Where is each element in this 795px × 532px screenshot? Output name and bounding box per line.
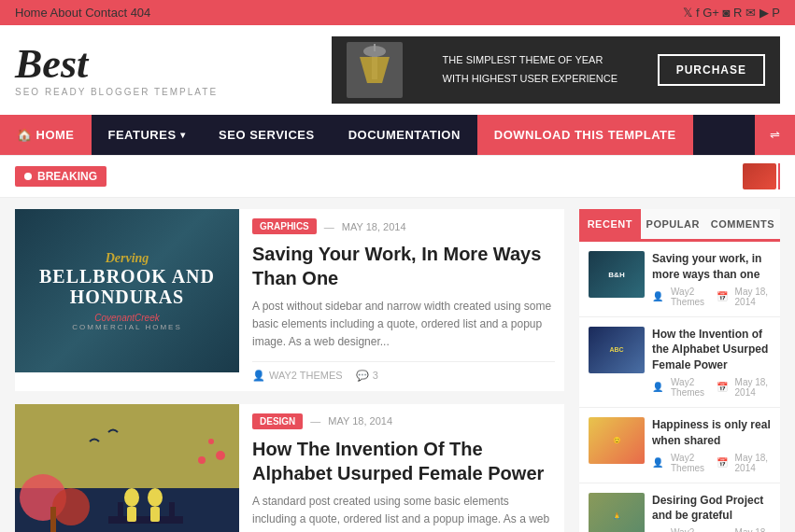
post-1-meta: GRAPHICS — MAY 18, 2014	[252, 218, 555, 234]
breaking-bar: BREAKING	[0, 155, 795, 198]
sidebar-cal-icon-1: 📅	[717, 291, 728, 301]
sidebar-user-icon-3: 👤	[652, 457, 663, 468]
post-2-title[interactable]: How The Invention Of The Alphabet Usurpe…	[252, 437, 555, 485]
sidebar-post-3-info: Happiness is only real when shared 👤 Way…	[652, 417, 771, 473]
post-1-author: 👤 WAY2 THEMES	[252, 370, 343, 382]
sidebar-post-1-info: Saving your work, in more ways than one …	[652, 251, 771, 307]
sidebar-post-1-meta: 👤 Way2 Themes 📅 May 18, 2014	[652, 287, 771, 307]
sidebar: RECENT POPULAR COMMENTS B&H Saving your …	[579, 209, 780, 532]
breaking-thumbnail	[743, 163, 780, 189]
tab-recent[interactable]: RECENT	[579, 209, 641, 239]
purchase-button[interactable]: PURCHASE	[658, 54, 765, 86]
tab-comments[interactable]: COMMENTS	[705, 209, 780, 239]
social-pinterest[interactable]: P	[772, 6, 780, 20]
post-1-date: MAY 18, 2014	[342, 221, 406, 232]
logo-area: Best SEO READY BLOGGER TEMPLATE	[15, 44, 218, 97]
post-2-dash: —	[310, 415, 320, 427]
post-2-date: MAY 18, 2014	[328, 415, 392, 427]
post-1-info: GRAPHICS — MAY 18, 2014 Saving Your Work…	[252, 209, 564, 391]
logo-title[interactable]: Best	[15, 44, 218, 85]
social-instagram[interactable]: ◙	[723, 6, 731, 20]
post-2-excerpt: A standard post created using some basic…	[252, 493, 555, 532]
svg-rect-13	[127, 507, 136, 522]
main-content: Derving BELLBROOK ANDHONDURAS CovenantCr…	[15, 209, 564, 532]
nav-404[interactable]: 404	[131, 6, 151, 20]
sidebar-thumb-4[interactable]: 🙏	[589, 493, 645, 532]
post-card-2: DESIGN — MAY 18, 2014 How The Invention …	[15, 404, 564, 532]
sidebar-user-icon-2: 👤	[652, 382, 663, 392]
social-rss[interactable]: R	[733, 6, 742, 20]
post-2-tag[interactable]: DESIGN	[252, 413, 303, 429]
social-twitter[interactable]: 𝕏	[683, 6, 692, 20]
social-youtube[interactable]: ▶	[760, 6, 769, 20]
svg-rect-8	[50, 507, 56, 532]
svg-rect-11	[169, 502, 175, 521]
sidebar-cal-icon-3: 📅	[717, 457, 728, 468]
post-1-excerpt: A post without sidebar and narrow width …	[252, 298, 555, 352]
nav-home[interactable]: Home	[15, 6, 48, 20]
nav-about[interactable]: About	[50, 6, 82, 20]
sidebar-post-4-meta: 👤 Way2 Themes 📅 May 18, 2014	[652, 527, 771, 532]
nav-item-home[interactable]: 🏠 HOME	[0, 115, 92, 155]
nav-item-download[interactable]: DOWNLOAD THIS TEMPLATE	[477, 115, 693, 155]
post-2-thumb-overlay	[15, 404, 239, 532]
top-navigation: Home About Contact 404 𝕏 f G+ ◙ R ✉ ▶ P	[0, 0, 795, 25]
content-area: Derving BELLBROOK ANDHONDURAS CovenantCr…	[0, 198, 795, 532]
post-2-info: DESIGN — MAY 18, 2014 How The Invention …	[252, 404, 564, 532]
breaking-dot-icon	[24, 173, 32, 180]
svg-point-16	[198, 456, 206, 464]
sidebar-post-3-meta: 👤 Way2 Themes 📅 May 18, 2014	[652, 453, 771, 473]
svg-point-18	[216, 451, 225, 460]
ad-text-line1: THE SIMPLEST THEME OF YEAR	[443, 54, 603, 65]
sidebar-post-3: 😊 Happiness is only real when shared 👤 W…	[579, 408, 780, 483]
nav-item-features[interactable]: FEATURES ▾	[92, 115, 203, 155]
nav-item-seo[interactable]: SEO SERVICES	[202, 115, 332, 155]
sidebar-thumb-2[interactable]: ABC	[589, 327, 645, 373]
sidebar-post-1: B&H Saving your work, in more ways than …	[579, 242, 780, 317]
social-email[interactable]: ✉	[745, 6, 756, 20]
site-header: Best SEO READY BLOGGER TEMPLATE THE SIMP…	[0, 25, 795, 115]
svg-point-17	[208, 439, 214, 444]
nav-home-icon: 🏠	[17, 128, 33, 142]
tabs-widget: RECENT POPULAR COMMENTS B&H Saving your …	[579, 209, 780, 532]
social-facebook[interactable]: f	[696, 6, 700, 20]
post-1-dash: —	[324, 221, 334, 232]
nav-item-docs[interactable]: DOCUMENTATION	[332, 115, 477, 155]
nav-contact[interactable]: Contact	[85, 6, 127, 20]
sidebar-thumb-1[interactable]: B&H	[589, 251, 645, 298]
svg-rect-15	[150, 507, 160, 522]
user-icon: 👤	[252, 370, 265, 382]
svg-rect-10	[118, 502, 123, 521]
post-1-thumbnail[interactable]: Derving BELLBROOK ANDHONDURAS CovenantCr…	[15, 209, 239, 372]
sidebar-post-3-title[interactable]: Happiness is only real when shared	[652, 417, 771, 449]
svg-point-14	[148, 488, 163, 507]
sidebar-post-1-title[interactable]: Saving your work, in more ways than one	[652, 251, 771, 283]
svg-point-12	[124, 488, 139, 507]
sidebar-post-4: 🙏 Desiring God Project and be grateful 👤…	[579, 483, 780, 532]
sidebar-post-4-info: Desiring God Project and be grateful 👤 W…	[652, 493, 771, 532]
sidebar-post-2-info: How the Invention of the Alphabet Usurpe…	[652, 327, 771, 398]
post-2-meta: DESIGN — MAY 18, 2014	[252, 413, 555, 429]
sidebar-cal-icon-2: 📅	[717, 382, 728, 392]
post-1-comments: 💬 3	[356, 370, 378, 382]
logo-subtitle: SEO READY BLOGGER TEMPLATE	[15, 87, 218, 97]
post-1-footer: 👤 WAY2 THEMES 💬 3	[252, 361, 555, 382]
ad-text: THE SIMPLEST THEME OF YEAR WITH HIGHEST …	[443, 51, 618, 89]
sidebar-thumb-3[interactable]: 😊	[589, 417, 645, 464]
chevron-down-icon: ▾	[180, 130, 186, 140]
post-2-thumbnail[interactable]	[15, 404, 239, 532]
post-1-tag[interactable]: GRAPHICS	[252, 218, 317, 234]
post-card-1: Derving BELLBROOK ANDHONDURAS CovenantCr…	[15, 209, 564, 391]
nav-shuffle-icon[interactable]: ⇌	[755, 115, 795, 155]
sidebar-post-4-title[interactable]: Desiring God Project and be grateful	[652, 493, 771, 525]
sidebar-user-icon-1: 👤	[652, 291, 663, 301]
sidebar-post-2-title[interactable]: How the Invention of the Alphabet Usurpe…	[652, 327, 771, 373]
top-nav-links: Home About Contact 404	[15, 6, 150, 20]
social-google[interactable]: G+	[703, 6, 719, 20]
post-1-title[interactable]: Saving Your Work, In More Ways Than One	[252, 242, 555, 290]
header-advertisement: THE SIMPLEST THEME OF YEAR WITH HIGHEST …	[332, 36, 780, 104]
ad-text-line2: WITH HIGHEST USER EXPERIENCE	[443, 73, 618, 84]
tab-popular[interactable]: POPULAR	[641, 209, 705, 239]
breaking-bar-divider	[778, 163, 780, 189]
svg-point-7	[52, 488, 90, 525]
